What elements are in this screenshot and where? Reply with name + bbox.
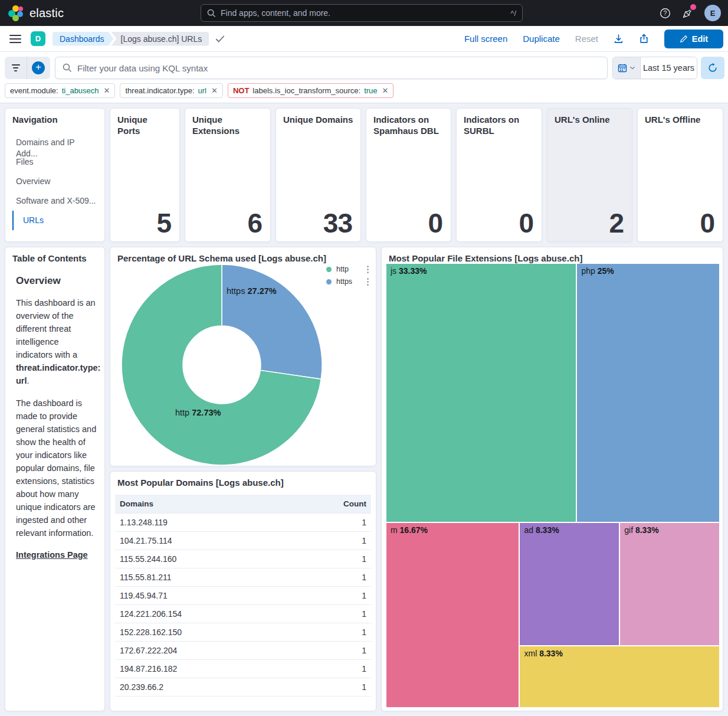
- sidebar-item-software-and-x-509[interactable]: Software and X-509...: [5, 191, 104, 211]
- table-row[interactable]: 124.221.206.1541: [115, 604, 371, 623]
- breadcrumb-dashboards[interactable]: Dashboards: [53, 32, 114, 46]
- pie-label-https: https 27.27%: [227, 286, 277, 296]
- metric-panel-4[interactable]: Indicators on Spamhaus DBL0: [366, 108, 451, 242]
- pencil-icon: [680, 35, 688, 43]
- filter-pill-3[interactable]: NOTlabels.is_ioc_transform_source:true✕: [228, 83, 394, 98]
- edit-button[interactable]: Edit: [664, 30, 723, 48]
- table-row[interactable]: 119.45.94.711: [115, 586, 371, 604]
- treemap-tile-ad[interactable]: ad 8.33%: [519, 522, 619, 646]
- treemap-tile-gif[interactable]: gif 8.33%: [619, 522, 720, 646]
- filter-pill-value: url: [198, 86, 206, 95]
- filter-pill-label: event.module:: [10, 86, 58, 95]
- legend-actions-icon[interactable]: [367, 278, 369, 286]
- time-range-button[interactable]: Last 15 years: [641, 57, 697, 79]
- legend-item-http[interactable]: http: [326, 265, 369, 273]
- metric-panel-2[interactable]: Unique Extensions6: [185, 108, 271, 242]
- full-screen-button[interactable]: Full screen: [464, 34, 507, 44]
- toc-heading: Overview: [16, 275, 97, 287]
- domain-cell: 115.55.81.211: [115, 568, 291, 586]
- reset-button[interactable]: Reset: [575, 34, 598, 44]
- sidebar-item-overview[interactable]: Overview: [5, 172, 104, 191]
- table-row[interactable]: 172.67.222.2041: [115, 641, 371, 659]
- pie-chart[interactable]: [113, 263, 337, 466]
- table-row[interactable]: 20.239.66.21: [115, 678, 371, 696]
- toc-p1-period: .: [27, 376, 29, 385]
- svg-text:?: ?: [664, 10, 667, 17]
- domain-cell: 119.45.94.71: [115, 586, 291, 604]
- metric-panel-6[interactable]: URL's Online2: [547, 108, 632, 242]
- count-cell: 1: [291, 513, 371, 531]
- refresh-button[interactable]: [701, 57, 724, 79]
- filter-pill-1[interactable]: event.module:ti_abusech✕: [5, 83, 115, 98]
- table-row[interactable]: 104.21.75.1141: [115, 531, 371, 550]
- metric-panel-3[interactable]: Unique Domains33: [276, 108, 361, 242]
- count-column-header[interactable]: Count: [291, 495, 371, 514]
- refresh-icon: [707, 63, 718, 73]
- metric-panel-5[interactable]: Indicators on SURBL0: [456, 108, 542, 242]
- metric-value: 0: [700, 207, 714, 239]
- duplicate-button[interactable]: Duplicate: [523, 34, 560, 44]
- legend-item-https[interactable]: https: [326, 277, 369, 286]
- treemap-tile-xml[interactable]: xml 8.33%: [519, 646, 720, 708]
- treemap-tile-label: php 25%: [577, 264, 719, 278]
- kql-search-input[interactable]: Filter your data using KQL syntax: [55, 57, 608, 79]
- treemap-tile-php[interactable]: php 25%: [576, 263, 720, 522]
- filter-menu-button[interactable]: [5, 57, 27, 79]
- download-button[interactable]: [614, 34, 624, 44]
- treemap-tile-js[interactable]: js 33.33%: [386, 263, 576, 522]
- table-row[interactable]: 1.13.248.1191: [115, 513, 371, 531]
- metric-title: Unique Domains: [276, 109, 360, 128]
- popular-domains-panel: Most Popular Domains [Logs abuse.ch] Dom…: [110, 471, 376, 711]
- dashboard-toolbar: D Dashboards [Logs abuse.ch] URLs Full s…: [0, 26, 728, 52]
- pie-label-http: http 72.73%: [175, 408, 221, 417]
- menu-toggle-button[interactable]: [9, 35, 21, 43]
- dashboards-app-badge[interactable]: D: [31, 31, 45, 46]
- pie-legend: httphttps: [326, 265, 369, 286]
- filter-pill-label: threat.indicator.type:: [125, 86, 194, 95]
- navigation-panel: Navigation Domains and IP Add...FilesOve…: [5, 108, 105, 242]
- table-panel-title: Most Popular Domains [Logs abuse.ch]: [110, 472, 376, 491]
- sidebar-item-domains-and-ip-add[interactable]: Domains and IP Add...: [5, 133, 104, 152]
- breadcrumb: Dashboards [Logs abuse.ch] URLs: [53, 32, 209, 46]
- user-menu-button[interactable]: E: [704, 5, 721, 21]
- metric-panel-7[interactable]: URL's Offline0: [637, 108, 723, 242]
- sidebar-item-urls[interactable]: URLs: [12, 211, 104, 230]
- elastic-logo[interactable]: elastic: [0, 5, 64, 21]
- treemap-chart: js 33.33%php 25%m 16.67%ad 8.33%gif 8.33…: [386, 263, 720, 708]
- table-row[interactable]: 194.87.216.1821: [115, 659, 371, 678]
- integrations-page-link[interactable]: Integrations Page: [16, 550, 88, 560]
- pie-slice-https[interactable]: [222, 264, 322, 379]
- toc-panel-title: Table of Contents: [5, 247, 104, 267]
- edit-button-label: Edit: [692, 34, 708, 44]
- legend-actions-icon[interactable]: [367, 266, 369, 273]
- metric-title: URL's Online: [547, 109, 632, 128]
- remove-filter-icon[interactable]: ✕: [211, 86, 218, 95]
- count-cell: 1: [291, 531, 371, 550]
- download-icon: [614, 34, 624, 44]
- add-filter-button[interactable]: +: [27, 57, 50, 79]
- remove-filter-icon[interactable]: ✕: [382, 86, 389, 95]
- share-button[interactable]: [639, 34, 649, 44]
- legend-label: http: [336, 265, 358, 273]
- domain-cell: 124.221.206.154: [115, 604, 291, 623]
- table-row[interactable]: 115.55.81.2111: [115, 568, 371, 586]
- table-row[interactable]: 152.228.162.1501: [115, 623, 371, 641]
- saved-check-icon: [215, 34, 225, 44]
- newsfeed-button[interactable]: [681, 7, 694, 19]
- global-search-input[interactable]: Find apps, content, and more. ^/: [201, 4, 523, 22]
- remove-filter-icon[interactable]: ✕: [104, 86, 110, 95]
- domain-cell: 115.55.244.160: [115, 550, 291, 568]
- count-cell: 1: [291, 623, 371, 641]
- help-button[interactable]: ?: [660, 8, 671, 19]
- filter-pills: event.module:ti_abusech✕threat.indicator…: [5, 83, 393, 98]
- metric-panel-1[interactable]: Unique Ports5: [110, 108, 180, 242]
- filter-pill-value: ti_abusech: [62, 86, 99, 95]
- url-schema-pie-panel: Percentage of URL Schema used [Logs abus…: [110, 247, 376, 466]
- filter-pill-2[interactable]: threat.indicator.type:url✕: [120, 83, 222, 98]
- treemap-tile-m[interactable]: m 16.67%: [386, 522, 519, 708]
- table-row[interactable]: 115.55.244.1601: [115, 550, 371, 568]
- search-icon: [207, 9, 216, 18]
- toc-p1-text: This dashboard is an overview of the dif…: [16, 298, 96, 359]
- domains-column-header[interactable]: Domains: [115, 495, 291, 514]
- date-picker-button[interactable]: [613, 57, 641, 79]
